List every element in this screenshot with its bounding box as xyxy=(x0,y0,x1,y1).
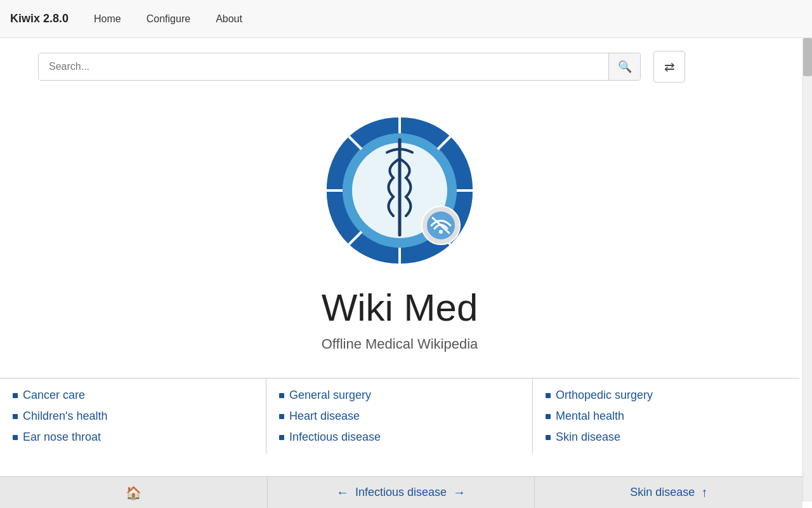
logo-area: Wiki Med Offline Medical Wikipedia xyxy=(0,95,799,378)
app-brand: Kiwix 2.8.0 xyxy=(10,12,69,25)
nav-links: Home Configure About xyxy=(94,13,242,25)
left-arrow-icon: ← xyxy=(336,485,349,500)
bullet-icon xyxy=(279,435,284,440)
bottom-nav-home[interactable]: 🏠 xyxy=(0,477,268,508)
categories-grid: Cancer care Children's health Ear nose t… xyxy=(0,378,799,454)
nav-configure[interactable]: Configure xyxy=(147,13,190,25)
search-box: 🔍 xyxy=(38,53,641,81)
home-icon: 🏠 xyxy=(126,485,141,500)
search-input[interactable] xyxy=(39,53,608,80)
nav-about[interactable]: About xyxy=(216,13,242,25)
category-col-1: Cancer care Children's health Ear nose t… xyxy=(0,378,266,454)
search-button[interactable]: 🔍 xyxy=(608,53,640,80)
site-subtitle: Offline Medical Wikipedia xyxy=(322,336,478,352)
search-container: 🔍 ⇄ xyxy=(0,38,799,95)
cat-mental-health[interactable]: Mental health xyxy=(546,406,787,427)
bottom-nav-up[interactable]: Skin disease ↑ xyxy=(535,477,802,508)
bullet-icon xyxy=(13,414,18,419)
search-icon: 🔍 xyxy=(618,60,632,74)
cat-infectious-disease[interactable]: Infectious disease xyxy=(279,427,520,448)
up-arrow-icon: ↑ xyxy=(701,485,707,500)
bullet-icon xyxy=(279,393,284,398)
bullet-icon xyxy=(279,414,284,419)
cat-ear-nose-throat[interactable]: Ear nose throat xyxy=(13,427,253,448)
bullet-icon xyxy=(546,393,551,398)
cat-heart-disease[interactable]: Heart disease xyxy=(279,406,520,427)
cat-orthopedic-surgery[interactable]: Orthopedic surgery xyxy=(546,385,787,406)
right-arrow-icon: → xyxy=(453,485,466,500)
bullet-icon xyxy=(546,414,551,419)
random-icon: ⇄ xyxy=(664,59,675,74)
cat-general-surgery[interactable]: General surgery xyxy=(279,385,520,406)
category-col-3: Orthopedic surgery Mental health Skin di… xyxy=(533,378,799,454)
scrollbar-track xyxy=(802,38,812,502)
cat-cancer-care[interactable]: Cancer care xyxy=(13,385,253,406)
site-title: Wiki Med xyxy=(322,286,478,330)
bottom-nav-center[interactable]: ← Infectious disease → xyxy=(268,477,535,508)
navbar: Kiwix 2.8.0 Home Configure About xyxy=(0,0,812,38)
category-col-2: General surgery Heart disease Infectious… xyxy=(266,378,533,454)
cat-skin-disease[interactable]: Skin disease xyxy=(546,427,787,448)
bullet-icon xyxy=(546,435,551,440)
bullet-icon xyxy=(13,435,18,440)
svg-point-14 xyxy=(439,230,443,234)
cat-childrens-health[interactable]: Children's health xyxy=(13,406,253,427)
scrollbar-thumb[interactable] xyxy=(803,38,812,76)
bottom-nav: 🏠 ← Infectious disease → Skin disease ↑ xyxy=(0,476,802,508)
site-logo xyxy=(311,102,488,279)
bullet-icon xyxy=(13,393,18,398)
main-content: 🔍 ⇄ xyxy=(0,38,799,502)
random-article-button[interactable]: ⇄ xyxy=(653,51,685,83)
nav-home[interactable]: Home xyxy=(94,13,121,25)
